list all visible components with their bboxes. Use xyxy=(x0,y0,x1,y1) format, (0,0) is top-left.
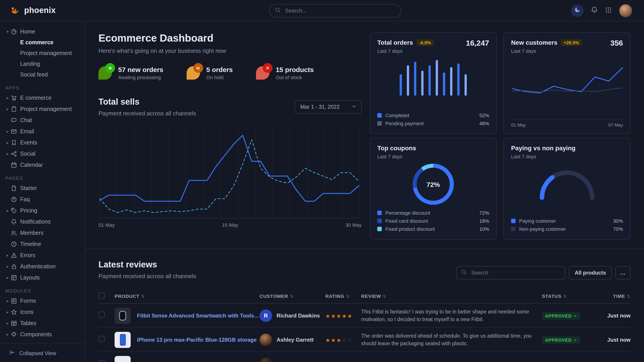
brand-name: phoenix xyxy=(24,6,56,15)
review-text: This Fitbit is fantastic! I was trying t… xyxy=(361,308,542,323)
stat-value: 15 products xyxy=(276,66,314,73)
sidebar-item-e-commerce[interactable]: ▸E commerce xyxy=(0,92,84,103)
total-orders-card: Total orders -6.8% Last 7 days 16,247 Co… xyxy=(370,32,497,134)
status-badge: APPROVED ✓ xyxy=(542,336,580,344)
new-customers-x-axis: 01 May07 May xyxy=(511,119,623,127)
sidebar-subitem-e-commerce[interactable]: E commerce xyxy=(0,37,84,48)
all-products-button[interactable]: All products xyxy=(569,266,612,280)
caret-icon: ▸ xyxy=(4,299,11,303)
sidebar-item-project-management[interactable]: ▸Project management xyxy=(0,103,84,114)
sidebar-item-label: Errors xyxy=(20,252,35,258)
theme-toggle-button[interactable] xyxy=(571,4,584,17)
column-header-rating[interactable]: RATING⇅ xyxy=(325,293,361,299)
users-icon xyxy=(11,230,20,236)
collapse-view-button[interactable]: Collapsed View xyxy=(0,344,84,362)
customer-name: Ashley Garrett xyxy=(276,337,314,343)
card-period: Last 7 days xyxy=(511,48,582,54)
sidebar-item-components[interactable]: ▸Components xyxy=(0,329,84,340)
column-header-product[interactable]: PRODUCT⇅ xyxy=(114,293,260,299)
sidebar-item-timeline[interactable]: Timeline xyxy=(0,238,84,250)
stat-item-out-of-stock: ✕15 productsOut of stock xyxy=(256,66,314,80)
reviews-search[interactable] xyxy=(456,266,565,280)
global-search[interactable] xyxy=(269,4,402,17)
column-header-review[interactable]: REVIEW⇅ xyxy=(361,293,542,299)
sidebar-item-layouts[interactable]: ▸Layouts xyxy=(0,272,84,283)
column-header-time[interactable]: TIME⇅ xyxy=(598,293,630,299)
sidebar-item-notifications[interactable]: Notifications xyxy=(0,216,84,227)
bell-icon xyxy=(591,6,598,15)
puzzle-icon xyxy=(11,331,20,338)
sidebar-item-label: Chat xyxy=(20,117,32,123)
stat-caption: Out of stock xyxy=(276,75,314,80)
pie-icon xyxy=(11,28,20,35)
clock-icon xyxy=(11,241,20,247)
sidebar-item-home[interactable]: ▾Home xyxy=(0,26,84,37)
sidebar-item-label: Events xyxy=(20,139,37,146)
x-icon: ✕ xyxy=(263,63,272,73)
sidebar-item-label: Email xyxy=(20,128,34,134)
x-axis-tick: 01 May xyxy=(511,122,526,127)
sidebar-subitem-landing[interactable]: Landing xyxy=(0,58,84,69)
product-thumbnail xyxy=(114,332,131,348)
date-range-select[interactable]: Mar 1 - 31, 2022 xyxy=(294,100,362,114)
global-search-input[interactable] xyxy=(284,7,396,14)
grid-icon xyxy=(605,6,612,14)
sidebar-item-social[interactable]: ▸Social xyxy=(0,148,84,159)
x-axis-tick: 15 May xyxy=(222,222,238,228)
chevron-down-icon xyxy=(351,103,357,110)
card-title: Paying vs non paying xyxy=(511,144,576,152)
user-avatar[interactable] xyxy=(619,4,632,17)
page-subtitle: Here's what's going on at your business … xyxy=(98,47,362,54)
row-checkbox[interactable] xyxy=(98,360,105,362)
sidebar-item-authentication[interactable]: ▸Authentication xyxy=(0,261,84,272)
column-header-status[interactable]: STATUS⇅ xyxy=(542,293,598,299)
sidebar-subitem-project-management[interactable]: Project management xyxy=(0,48,84,58)
sidebar-item-label: E commerce xyxy=(20,95,52,101)
date-range-value: Mar 1 - 31, 2022 xyxy=(300,104,340,110)
sidebar-item-icons[interactable]: ▸Icons xyxy=(0,306,84,318)
new-customers-card: New customers +26.5% Last 7 days 356 01 … xyxy=(504,32,630,134)
brand[interactable]: phoenix xyxy=(10,4,56,17)
reviews-search-input[interactable] xyxy=(470,269,560,276)
caret-icon: ▸ xyxy=(4,208,11,213)
stats-row: ★57 new ordersAwating processing5 orders… xyxy=(98,66,362,80)
sidebar: ▾HomeE commerceProject managementLanding… xyxy=(0,21,85,362)
product-link[interactable]: Fitbit Sense Advanced Smartwatch with To… xyxy=(137,312,260,319)
sidebar-item-label: Authentication xyxy=(20,263,56,269)
sidebar-item-forms[interactable]: ▸Forms xyxy=(0,295,84,306)
sidebar-subitem-social-feed[interactable]: Social feed xyxy=(0,69,84,80)
column-header-customer[interactable]: CUSTOMER⇅ xyxy=(260,293,325,299)
sidebar-item-email[interactable]: ▸Email xyxy=(0,126,84,137)
sidebar-item-starter[interactable]: Starter xyxy=(0,182,84,194)
sidebar-item-chat[interactable]: Chat xyxy=(0,114,84,126)
product-link[interactable]: iPhone 13 pro max-Pacific Blue-128GB sto… xyxy=(137,337,257,343)
sidebar-item-errors[interactable]: ▸Errors xyxy=(0,250,84,261)
notifications-button[interactable] xyxy=(591,6,598,15)
sidebar-item-label: Notifications xyxy=(20,218,50,225)
pause-icon xyxy=(193,63,203,73)
collapse-view-label: Collapsed View xyxy=(19,350,56,356)
customer-avatar xyxy=(260,358,272,362)
apps-grid-button[interactable] xyxy=(605,6,612,14)
sidebar-item-faq[interactable]: Faq xyxy=(0,194,84,205)
legend-value: 52% xyxy=(479,113,489,118)
more-options-button[interactable]: ... xyxy=(615,266,630,280)
legend-row: Pending payment48% xyxy=(377,119,489,127)
row-checkbox[interactable] xyxy=(98,336,105,342)
sidebar-item-tables[interactable]: ▸Tables xyxy=(0,318,84,329)
sidebar-item-calendar[interactable]: Calendar xyxy=(0,159,84,170)
select-all-checkbox[interactable] xyxy=(98,292,105,299)
sidebar-item-members[interactable]: Members xyxy=(0,227,84,238)
card-period: Last 7 days xyxy=(377,154,416,159)
row-checkbox[interactable] xyxy=(98,312,105,318)
sidebar-item-label: Project management xyxy=(20,106,72,112)
caret-icon: ▾ xyxy=(4,29,11,34)
sidebar-item-events[interactable]: ▸Events xyxy=(0,137,84,148)
share-icon xyxy=(11,150,20,157)
caret-icon: ▸ xyxy=(4,140,11,145)
cart-icon xyxy=(11,95,20,101)
sidebar-item-pricing[interactable]: ▸Pricing xyxy=(0,205,84,216)
star-icon xyxy=(11,309,20,315)
reviews-toolbar: All products ... xyxy=(456,266,630,280)
sidebar-item-label: Members xyxy=(20,230,44,236)
